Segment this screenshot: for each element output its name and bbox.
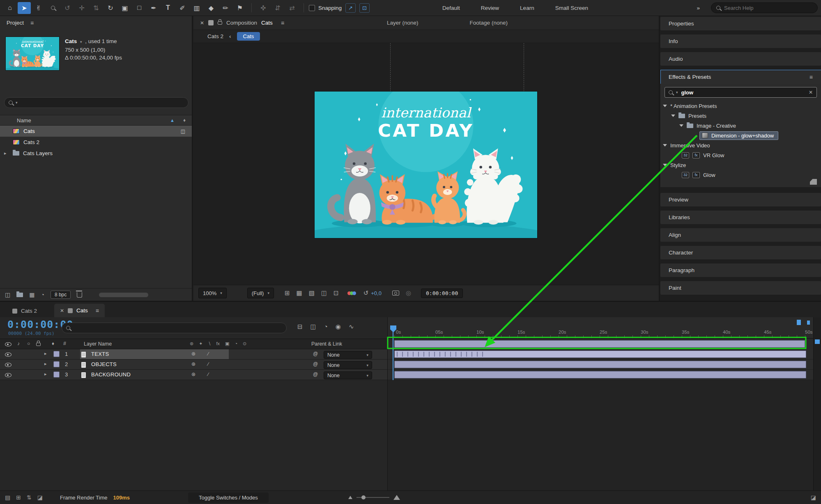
timeline-tab-cats[interactable]: ✕ Cats ≡ [54, 304, 105, 317]
shape-tool-button[interactable]: □ [133, 2, 146, 14]
quality-switch-icon[interactable]: ∕ [208, 361, 209, 367]
breadcrumb-current[interactable]: Cats [237, 32, 260, 41]
layer-color-label[interactable] [53, 371, 60, 378]
workspace-tab-default[interactable]: Default [432, 5, 470, 11]
show-snapshot-icon[interactable]: ◎ [406, 289, 411, 297]
pickwhip-icon[interactable]: @ [313, 351, 318, 357]
panel-libraries[interactable]: Libraries [660, 211, 821, 224]
mask-visibility-icon[interactable]: ▧ [309, 289, 315, 297]
layer-row-background[interactable]: ▸ 3 BACKGROUND ⊛ ∕ @ None ▾ [0, 370, 387, 380]
delete-icon[interactable] [77, 292, 82, 298]
timeline-tab-cats2[interactable]: Cats 2 [12, 308, 37, 314]
layer-twirl-icon[interactable]: ▸ [44, 371, 47, 377]
panel-menu-icon[interactable]: ≡ [810, 74, 813, 80]
collapse-switch-icon[interactable]: ⊛ [191, 371, 195, 377]
roto-brush-tool-button[interactable]: ✏ [219, 2, 232, 14]
effects-search-input[interactable] [681, 89, 805, 96]
pan-camera-tool-button[interactable]: ✛ [75, 2, 88, 14]
layer-row-texts[interactable]: ▸ 1 TEXTS ⊛ ∕ @ None ▾ [0, 349, 387, 360]
parent-dropdown[interactable]: None ▾ [324, 361, 372, 369]
used-indicator-icon[interactable]: ◫ [181, 128, 185, 134]
lock-column-icon[interactable] [36, 343, 41, 346]
project-settings-icon[interactable]: ◔ [41, 291, 44, 298]
type-tool-button[interactable]: T [161, 2, 175, 14]
panel-flyout-icon[interactable] [810, 179, 817, 185]
pan-behind-tool-button[interactable]: ▣ [118, 2, 131, 14]
tree-presets-folder[interactable]: Presets [660, 111, 821, 121]
toggle-switches-modes-button[interactable]: Toggle Switches / Modes [188, 493, 269, 503]
tag-column-icon[interactable]: ♦ [183, 117, 186, 123]
layer-color-label[interactable] [53, 351, 60, 357]
close-tab-icon[interactable]: ✕ [200, 20, 204, 26]
layer-bar-texts[interactable] [394, 351, 806, 358]
workspace-overflow-button[interactable]: » [687, 5, 710, 11]
label-column-icon[interactable]: ♦ [52, 341, 54, 346]
horizontal-scrollbar[interactable] [99, 293, 148, 297]
3d-layer-column-icon[interactable]: ⊙ [243, 341, 246, 346]
close-tab-icon[interactable]: ✕ [60, 308, 64, 314]
exposure-reset-icon[interactable]: ↺ [363, 289, 369, 297]
dolly-camera-tool-button[interactable]: ⇅ [90, 2, 103, 14]
tree-stylize[interactable]: Stylize [660, 160, 821, 170]
sort-ascending-icon[interactable]: ▲ [170, 118, 175, 123]
layer-visibility-toggle[interactable] [5, 363, 11, 367]
layer-row-objects[interactable]: ▸ 2 OBJECTS ⊛ ∕ @ None ▾ [0, 360, 387, 370]
tree-immersive-video[interactable]: Immersive Video [660, 140, 821, 150]
transparency-grid-icon[interactable]: ▦ [297, 289, 302, 297]
lock-icon[interactable] [218, 21, 222, 25]
panel-info[interactable]: Info [660, 34, 821, 48]
breadcrumb-parent[interactable]: Cats 2 [207, 33, 223, 39]
magnification-dropdown[interactable]: 100% ▾ [198, 288, 227, 298]
effects-column-icon[interactable]: fx [216, 341, 220, 346]
exposure-value[interactable]: +0,0 [371, 290, 382, 296]
selection-tool-button[interactable]: ➤ [18, 2, 31, 14]
axis-mode-local-button[interactable]: ✜ [257, 2, 270, 14]
tree-animation-presets[interactable]: * Animation Presets [660, 101, 821, 111]
zoom-slider-track[interactable] [356, 497, 389, 498]
zoom-slider-knob[interactable] [361, 495, 366, 499]
safe-margins-icon[interactable]: ⊡ [333, 289, 339, 297]
panel-audio[interactable]: Audio [660, 52, 821, 66]
motion-blur-icon[interactable]: ◉ [336, 323, 341, 330]
frame-blend-column-icon[interactable]: ∖ [208, 341, 211, 346]
layer-color-label[interactable] [53, 361, 60, 367]
collapse-switch-icon[interactable]: ⊛ [191, 361, 195, 367]
flowchart-icon[interactable]: ⊞ [16, 494, 21, 501]
comp-family-icon[interactable]: ▤ [5, 494, 10, 501]
twirl-open-icon[interactable] [679, 124, 683, 127]
clone-stamp-tool-button[interactable]: ▥ [190, 2, 203, 14]
effects-presets-header[interactable]: Effects & Presets ≡ [660, 70, 821, 84]
project-row-cats[interactable]: Cats ◫ [0, 126, 192, 137]
draft-3d-icon[interactable]: ◫ [310, 323, 316, 330]
twirl-closed-icon[interactable]: ▸ [4, 151, 7, 156]
quality-switch-icon[interactable]: ∕ [208, 371, 209, 377]
chevron-down-icon[interactable]: ▾ [80, 40, 82, 44]
work-area-end-marker[interactable] [797, 320, 801, 325]
snapshot-camera-icon[interactable] [392, 291, 399, 296]
quality-column-icon[interactable]: ✦ [199, 341, 202, 346]
navigator-marker[interactable] [815, 339, 820, 344]
layer-twirl-icon[interactable]: ▸ [44, 351, 47, 356]
axis-mode-view-button[interactable]: ⇄ [285, 2, 299, 14]
pickwhip-icon[interactable]: @ [313, 361, 318, 367]
twirl-open-icon[interactable] [663, 164, 667, 166]
orbit-camera-tool-button[interactable]: ↺ [61, 2, 74, 14]
project-row-cats-layers[interactable]: ▸ Cats Layers [0, 148, 192, 159]
tree-image-creative-folder[interactable]: Image - Creative [660, 121, 821, 131]
panel-menu-icon[interactable]: ≡ [281, 20, 284, 26]
help-search-input[interactable] [724, 5, 812, 11]
solo-column-icon[interactable]: ○ [27, 341, 30, 346]
number-column-header[interactable]: # [63, 341, 66, 346]
snap-angle-button[interactable]: ↗ [345, 3, 356, 13]
new-composition-icon[interactable]: ▦ [29, 291, 34, 298]
composition-tab-name[interactable]: Cats [261, 20, 273, 26]
workspace-tab-small-screen[interactable]: Small Screen [545, 5, 598, 11]
layer-viewer-tab[interactable]: Layer (none) [387, 20, 419, 26]
project-panel-header[interactable]: Project ≡ [0, 16, 192, 30]
graph-editor-icon[interactable]: ∿ [349, 323, 354, 330]
collapse-switch-icon[interactable]: ⊛ [191, 351, 195, 357]
eraser-tool-button[interactable]: ◆ [205, 2, 218, 14]
video-column-icon[interactable] [5, 342, 11, 346]
pickwhip-icon[interactable]: @ [313, 371, 318, 377]
composition-mini-flowchart-icon[interactable]: ⊟ [297, 323, 303, 330]
